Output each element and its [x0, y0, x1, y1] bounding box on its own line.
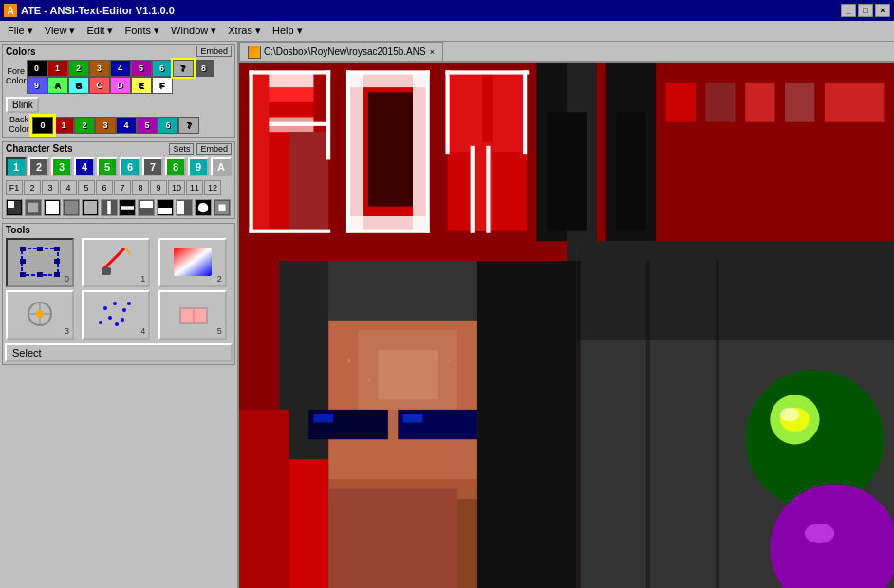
char-number-6[interactable]: 7 — [114, 180, 131, 195]
fore-color-swatch-9[interactable]: 9 — [27, 77, 47, 94]
char-cell[interactable] — [138, 199, 155, 216]
tool-fill-button[interactable]: 2 — [158, 238, 227, 287]
document-tab-icon — [248, 46, 261, 59]
back-color-swatch-3[interactable]: 3 — [95, 117, 116, 134]
char-number-7[interactable]: 8 — [132, 180, 149, 195]
menu-file[interactable]: File ▾ — [2, 23, 39, 39]
char-number-9[interactable]: 10 — [168, 180, 185, 195]
svg-point-36 — [99, 321, 102, 324]
fore-color-swatch-1[interactable]: 1 — [47, 60, 68, 77]
fore-color-swatch-8[interactable]: 8 — [194, 60, 214, 77]
svg-rect-66 — [705, 83, 735, 122]
char-number-3[interactable]: 4 — [60, 180, 77, 195]
char-number-8[interactable]: 9 — [150, 180, 167, 195]
fore-color-swatch-10[interactable]: A — [47, 77, 68, 94]
fore-color-swatch-0[interactable]: 0 — [27, 60, 47, 77]
svg-rect-82 — [471, 146, 475, 233]
fore-color-swatch-2[interactable]: 2 — [68, 60, 89, 77]
back-color-swatch-5[interactable]: 5 — [137, 117, 158, 134]
svg-point-37 — [127, 302, 131, 305]
tool-select-icon — [20, 240, 60, 284]
char-number-5[interactable]: 6 — [96, 180, 113, 195]
svg-rect-2 — [28, 203, 39, 213]
tool-brush-button[interactable]: 1 — [82, 238, 150, 287]
char-number-4[interactable]: 5 — [78, 180, 95, 195]
fore-color-swatch-12[interactable]: C — [89, 77, 110, 94]
char-number-0[interactable]: F1 — [6, 180, 23, 195]
fore-color-swatch-15[interactable]: F — [152, 77, 173, 94]
tool-pick-number: 3 — [65, 326, 69, 336]
svg-point-33 — [122, 308, 126, 312]
tool-spray-button[interactable]: 4 — [82, 290, 150, 340]
char-cell[interactable] — [63, 199, 80, 216]
char-set-tab-2[interactable]: 3 — [51, 157, 72, 176]
fore-color-swatch-6[interactable]: 6 — [152, 60, 173, 77]
svg-rect-80 — [445, 70, 449, 154]
svg-rect-68 — [785, 83, 814, 122]
back-color-swatch-6[interactable]: 6 — [158, 117, 178, 134]
blink-button[interactable]: Blink — [6, 97, 39, 113]
menu-fonts[interactable]: Fonts ▾ — [120, 23, 166, 39]
menu-edit[interactable]: Edit ▾ — [81, 23, 119, 39]
char-embed-button[interactable]: Embed — [196, 143, 232, 155]
svg-rect-10 — [177, 201, 184, 214]
back-color-swatch-0[interactable]: 0 — [32, 117, 53, 134]
svg-rect-55 — [368, 92, 413, 206]
char-set-tab-1[interactable]: 2 — [28, 157, 49, 176]
fore-color-swatch-4[interactable]: 4 — [110, 60, 131, 77]
char-set-tab-8[interactable]: 9 — [188, 157, 209, 176]
back-color-swatch-2[interactable]: 2 — [74, 117, 95, 134]
tool-select-button[interactable]: 0 — [6, 238, 74, 287]
menu-view[interactable]: View ▾ — [39, 23, 82, 39]
char-cell[interactable] — [157, 199, 174, 216]
char-cell[interactable] — [214, 199, 231, 216]
char-cell[interactable] — [195, 199, 212, 216]
document-tab-close[interactable]: × — [430, 47, 435, 57]
back-color-swatch-1[interactable]: 1 — [53, 117, 74, 134]
char-cell[interactable] — [44, 199, 61, 216]
back-color-swatch-4[interactable]: 4 — [116, 117, 137, 134]
fore-color-swatch-5[interactable]: 5 — [131, 60, 152, 77]
tool-erase-number: 5 — [217, 326, 222, 336]
char-cell[interactable] — [119, 199, 136, 216]
char-set-tab-0[interactable]: 1 — [6, 157, 27, 176]
char-cell[interactable] — [82, 199, 99, 216]
fore-color-swatch-14[interactable]: E — [131, 77, 152, 94]
char-set-tab-4[interactable]: 5 — [97, 157, 118, 176]
document-tab[interactable]: C:\Dosbox\RoyNew\roysac2015b.ANS × — [239, 42, 443, 61]
svg-rect-74 — [269, 122, 326, 126]
menu-window[interactable]: Window ▾ — [165, 23, 222, 39]
char-set-tab-5[interactable]: 6 — [120, 157, 140, 176]
fore-color-swatch-11[interactable]: B — [68, 77, 89, 94]
svg-rect-18 — [20, 259, 26, 264]
sets-button[interactable]: Sets — [169, 143, 194, 155]
char-cell[interactable] — [101, 199, 118, 216]
svg-rect-81 — [523, 70, 527, 154]
char-number-2[interactable]: 3 — [42, 180, 59, 195]
tool-erase-button[interactable]: 5 — [158, 290, 227, 340]
tool-pick-button[interactable]: 3 — [6, 290, 74, 340]
char-number-1[interactable]: 2 — [24, 180, 41, 195]
char-set-tab-6[interactable]: 7 — [142, 157, 163, 176]
close-button[interactable]: × — [875, 4, 890, 17]
char-cell[interactable] — [176, 199, 193, 216]
menu-help[interactable]: Help ▾ — [267, 23, 308, 39]
select-status-button[interactable]: Select — [5, 343, 233, 362]
char-cell[interactable] — [6, 199, 23, 216]
char-set-tab-3[interactable]: 4 — [74, 157, 95, 176]
maximize-button[interactable]: □ — [858, 4, 873, 17]
svg-rect-77 — [346, 230, 430, 233]
char-set-tab-9[interactable]: A — [211, 157, 232, 176]
char-set-tab-7[interactable]: 8 — [165, 157, 186, 176]
minimize-button[interactable]: _ — [841, 4, 856, 17]
fore-color-swatch-3[interactable]: 3 — [89, 60, 110, 77]
colors-embed-button[interactable]: Embed — [196, 46, 232, 57]
char-number-10[interactable]: 11 — [186, 180, 203, 195]
back-color-swatch-7[interactable]: 7 — [178, 117, 199, 134]
char-number-11[interactable]: 12 — [204, 180, 221, 195]
char-cell[interactable] — [25, 199, 42, 216]
fore-color-swatch-13[interactable]: D — [110, 77, 131, 94]
menu-xtras[interactable]: Xtras ▾ — [222, 23, 267, 39]
char-sets-header: Character Sets Sets Embed — [3, 142, 234, 156]
fore-color-swatch-7[interactable]: 7 — [173, 60, 194, 77]
